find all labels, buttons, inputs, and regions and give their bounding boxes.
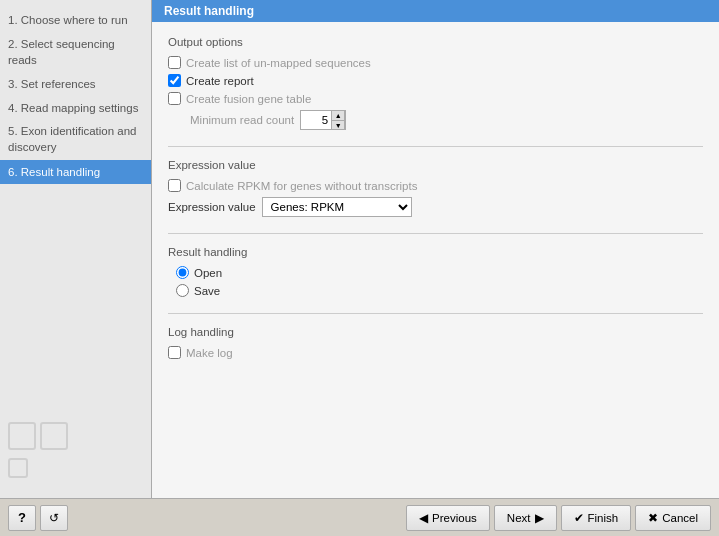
calculate-rpkm-checkbox[interactable] [168, 179, 181, 192]
create-report-label: Create report [186, 75, 254, 87]
make-log-label: Make log [186, 347, 233, 359]
spinner-buttons: ▲ ▼ [331, 110, 345, 130]
log-handling-label: Log handling [168, 326, 703, 338]
make-log-row: Make log [168, 346, 703, 359]
footer: ? ↺ ◀ Previous Next ▶ ✔ Finish ✖ Cancel [0, 498, 719, 536]
cancel-button[interactable]: ✖ Cancel [635, 505, 711, 531]
footer-right-buttons: ◀ Previous Next ▶ ✔ Finish ✖ Cancel [406, 505, 711, 531]
expression-value-dropdown[interactable]: Genes: RPKM Genes: count Transcripts: RP… [262, 197, 412, 217]
save-radio[interactable] [176, 284, 189, 297]
min-read-count-label: Minimum read count [190, 114, 294, 126]
sidebar-item-exon-identification[interactable]: 5. Exon identification and discovery [0, 120, 151, 159]
next-arrow-icon: ▶ [535, 511, 544, 525]
finish-check-icon: ✔ [574, 511, 584, 525]
sidebar-item-read-mapping[interactable]: 4. Read mapping settings [0, 96, 151, 120]
sidebar-item-select-sequencing[interactable]: 2. Select sequencing reads [0, 32, 151, 72]
log-handling-section: Log handling Make log [168, 326, 703, 359]
help-label: ? [18, 510, 26, 525]
calculate-rpkm-label: Calculate RPKM for genes without transcr… [186, 180, 417, 192]
cancel-label: Cancel [662, 512, 698, 524]
calculate-rpkm-row: Calculate RPKM for genes without transcr… [168, 179, 703, 192]
next-button[interactable]: Next ▶ [494, 505, 557, 531]
create-list-checkbox[interactable] [168, 56, 181, 69]
spinner-up[interactable]: ▲ [331, 110, 345, 120]
cancel-x-icon: ✖ [648, 511, 658, 525]
create-fusion-label: Create fusion gene table [186, 93, 311, 105]
previous-button[interactable]: ◀ Previous [406, 505, 490, 531]
min-read-count-input[interactable] [301, 114, 331, 126]
help-button[interactable]: ? [8, 505, 36, 531]
spinner-down[interactable]: ▼ [331, 120, 345, 130]
output-options-section: Output options Create list of un-mapped … [168, 36, 703, 130]
undo-button[interactable]: ↺ [40, 505, 68, 531]
save-radio-label: Save [194, 285, 220, 297]
result-handling-section-label: Result handling [168, 246, 703, 258]
sidebar: 1. Choose where to run 2. Select sequenc… [0, 0, 152, 498]
divider-2 [168, 233, 703, 234]
min-read-count-row: Minimum read count ▲ ▼ [190, 110, 703, 130]
undo-icon: ↺ [49, 511, 59, 525]
footer-left-buttons: ? ↺ [8, 505, 68, 531]
create-list-label: Create list of un-mapped sequences [186, 57, 371, 69]
make-log-checkbox[interactable] [168, 346, 181, 359]
previous-arrow-icon: ◀ [419, 511, 428, 525]
sidebar-item-set-references[interactable]: 3. Set references [0, 72, 151, 96]
expression-value-row: Expression value Genes: RPKM Genes: coun… [168, 197, 703, 217]
create-fusion-checkbox[interactable] [168, 92, 181, 105]
expression-value-field-label: Expression value [168, 201, 256, 213]
open-radio[interactable] [176, 266, 189, 279]
create-list-row: Create list of un-mapped sequences [168, 56, 703, 69]
save-radio-row: Save [176, 284, 703, 297]
output-options-label: Output options [168, 36, 703, 48]
create-report-row: Create report [168, 74, 703, 87]
expression-value-label: Expression value [168, 159, 703, 171]
divider-3 [168, 313, 703, 314]
divider-1 [168, 146, 703, 147]
finish-button[interactable]: ✔ Finish [561, 505, 632, 531]
next-label: Next [507, 512, 531, 524]
open-radio-label: Open [194, 267, 222, 279]
sidebar-item-choose-where[interactable]: 1. Choose where to run [0, 8, 151, 32]
content-title: Result handling [152, 0, 719, 22]
sidebar-item-result-handling[interactable]: 6. Result handling [0, 160, 151, 184]
result-handling-section: Result handling Open Save [168, 246, 703, 297]
main-content: Result handling Output options Create li… [152, 0, 719, 498]
create-report-checkbox[interactable] [168, 74, 181, 87]
sidebar-decorative-icons [0, 410, 151, 490]
open-radio-row: Open [176, 266, 703, 279]
finish-label: Finish [588, 512, 619, 524]
previous-label: Previous [432, 512, 477, 524]
min-read-count-spinner[interactable]: ▲ ▼ [300, 110, 346, 130]
create-fusion-row: Create fusion gene table [168, 92, 703, 105]
expression-value-section: Expression value Calculate RPKM for gene… [168, 159, 703, 217]
content-body: Output options Create list of un-mapped … [152, 22, 719, 498]
